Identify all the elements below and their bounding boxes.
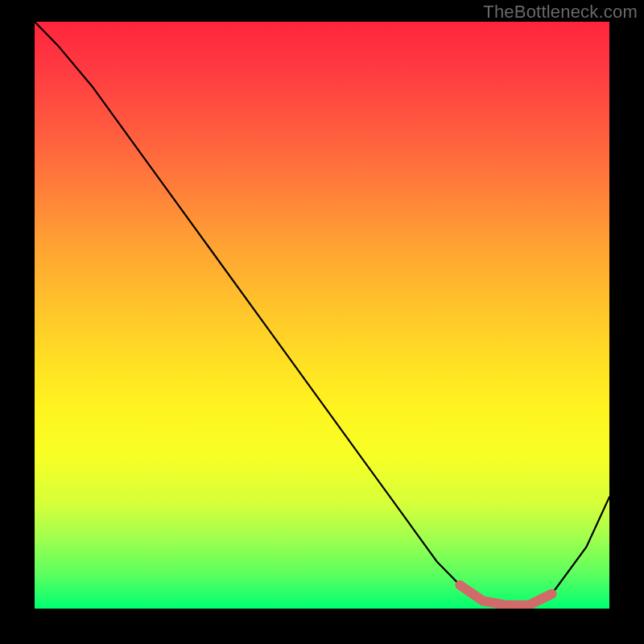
curve-svg	[35, 22, 609, 609]
valley-highlight-line	[460, 585, 551, 605]
bottleneck-curve-line	[35, 22, 609, 605]
watermark-text: TheBottleneck.com	[483, 2, 638, 23]
plot-area	[35, 22, 609, 609]
chart-frame: TheBottleneck.com	[0, 0, 644, 644]
